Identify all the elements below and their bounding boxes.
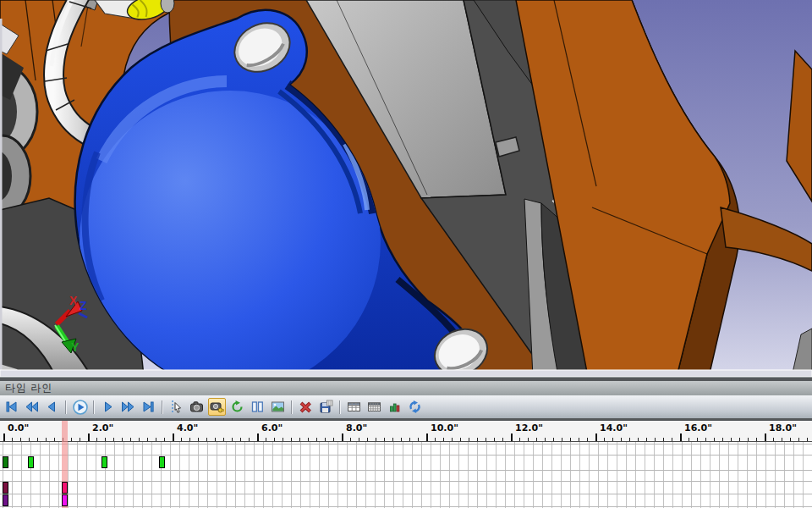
grid-line xyxy=(300,442,301,508)
grid-line xyxy=(728,442,729,508)
grid-line xyxy=(738,442,738,508)
ruler-minor-tick xyxy=(418,438,419,441)
table-dense-icon xyxy=(367,400,381,414)
ruler-minor-tick xyxy=(113,438,114,441)
keyframe-marker[interactable] xyxy=(3,482,8,494)
grid-line xyxy=(21,442,22,508)
grid-line xyxy=(337,442,338,508)
keyframe-marker[interactable] xyxy=(62,482,68,494)
toolbar-separator xyxy=(291,400,293,414)
ruler-minor-tick xyxy=(156,438,156,441)
image-button[interactable] xyxy=(269,398,287,416)
ruler-minor-tick xyxy=(494,438,495,441)
grid-line xyxy=(747,442,748,508)
keyframe-marker[interactable] xyxy=(102,456,107,468)
ruler-major-tick xyxy=(765,433,766,441)
go-to-end-icon xyxy=(141,400,156,414)
keyframe-marker[interactable] xyxy=(62,494,68,506)
cad-scene: X Z Y xyxy=(0,0,812,377)
ruler-minor-tick xyxy=(249,438,250,441)
grid-line xyxy=(58,442,59,508)
grid-line xyxy=(30,442,31,508)
delete-key-icon xyxy=(299,400,313,414)
step-forward-button[interactable] xyxy=(99,398,117,416)
ruler-minor-tick xyxy=(401,438,402,441)
keyframe-marker[interactable] xyxy=(3,494,8,506)
ruler-minor-tick xyxy=(409,438,410,441)
keyframe-marker[interactable] xyxy=(3,456,8,468)
ruler-minor-tick xyxy=(773,438,774,441)
camera-button[interactable] xyxy=(188,398,206,416)
ruler-minor-tick xyxy=(325,438,326,441)
ruler-minor-tick xyxy=(215,438,216,441)
ruler-label: 2.0" xyxy=(92,422,113,433)
ruler-minor-tick xyxy=(798,438,799,441)
grid-line xyxy=(533,442,534,508)
ruler-minor-tick xyxy=(316,438,317,441)
chart-button[interactable] xyxy=(386,398,403,416)
keyframe-marker[interactable] xyxy=(28,456,34,468)
grid-line xyxy=(449,442,450,508)
grid-line xyxy=(347,442,348,508)
keyframe-marker[interactable] xyxy=(159,456,165,468)
timeline-tracks[interactable] xyxy=(0,442,812,508)
ruler-minor-tick xyxy=(376,438,376,441)
grid-line xyxy=(12,442,13,508)
grid-line xyxy=(719,442,720,508)
panels-button[interactable] xyxy=(249,398,266,416)
triad-z-label: Z xyxy=(80,299,87,312)
ruler-minor-tick xyxy=(333,438,334,441)
ruler-minor-tick xyxy=(367,438,368,441)
rewind-button[interactable] xyxy=(23,398,41,416)
ruler-minor-tick xyxy=(181,438,182,441)
timeline-ruler[interactable]: 0.0"2.0"4.0"6.0"8.0"10.0"12.0"14.0"16.0"… xyxy=(0,421,812,442)
ruler-minor-tick xyxy=(731,438,732,441)
timeline-title: 타임 라인 xyxy=(0,381,812,395)
grid-line xyxy=(254,442,255,508)
ruler-major-tick xyxy=(257,433,259,441)
grid-line xyxy=(654,442,655,508)
toolbar-separator xyxy=(65,400,67,414)
table-dense-button[interactable] xyxy=(365,398,383,416)
grid-line xyxy=(440,442,441,508)
ruler-minor-tick xyxy=(139,438,140,441)
3d-viewport[interactable]: X Z Y xyxy=(0,0,812,377)
grid-line xyxy=(40,442,41,508)
ruler-minor-tick xyxy=(71,438,72,441)
save-button[interactable] xyxy=(317,398,335,416)
ruler-minor-tick xyxy=(528,438,529,441)
grid-line xyxy=(710,442,710,508)
go-to-start-button[interactable] xyxy=(3,398,20,416)
grid-line xyxy=(272,442,273,508)
timeline-panel: 타임 라인 xyxy=(0,377,812,508)
ruler-minor-tick xyxy=(545,438,546,441)
select-keys-button[interactable] xyxy=(167,398,185,416)
auto-key-button[interactable] xyxy=(228,398,246,416)
refresh-button[interactable] xyxy=(406,398,424,416)
save-icon xyxy=(319,400,333,414)
ruler-minor-tick xyxy=(460,438,461,441)
camera-icon xyxy=(189,400,204,414)
grid-line xyxy=(403,442,403,508)
grid-line xyxy=(96,442,96,508)
grid-line xyxy=(793,442,794,508)
grid-line xyxy=(226,442,227,508)
table-button[interactable] xyxy=(345,398,363,416)
ruler-minor-tick xyxy=(206,438,207,441)
grid-line xyxy=(263,442,264,508)
ruler-label: 18.0" xyxy=(769,422,797,433)
ruler-minor-tick xyxy=(748,438,749,441)
step-back-button[interactable] xyxy=(43,398,61,416)
grid-line xyxy=(142,442,143,508)
grid-line xyxy=(151,442,152,508)
fast-forward-button[interactable] xyxy=(119,398,137,416)
go-to-end-button[interactable] xyxy=(140,398,157,416)
delete-key-button[interactable] xyxy=(297,398,315,416)
ruler-minor-tick xyxy=(283,438,283,441)
ruler-minor-tick xyxy=(579,438,579,441)
play-button[interactable] xyxy=(71,398,89,416)
camera-key-button[interactable] xyxy=(208,398,226,416)
grid-line xyxy=(579,442,580,508)
grid-line xyxy=(0,494,812,494)
ruler-minor-tick xyxy=(54,438,55,441)
